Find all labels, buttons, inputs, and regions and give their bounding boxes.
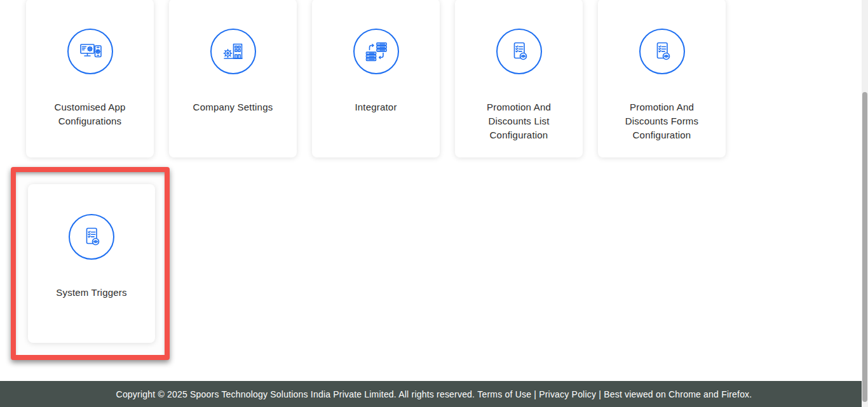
settings-tiles-page: Customised App Configurations — [0, 0, 868, 407]
tile-label: Promotion And Discounts Forms Configurat… — [598, 100, 726, 142]
vertical-scrollbar-track[interactable] — [862, 0, 868, 407]
vertical-scrollbar-thumb[interactable] — [862, 92, 867, 402]
browser-note-text: Best viewed on Chrome and Firefox. — [604, 389, 752, 399]
document-checklist-eye-icon — [69, 214, 114, 260]
servers-sync-icon — [353, 29, 399, 74]
tile-customised-app-configurations[interactable]: Customised App Configurations — [26, 0, 154, 157]
tile-system-triggers[interactable]: System Triggers — [28, 184, 155, 343]
tile-label: Promotion And Discounts List Configurati… — [455, 100, 583, 142]
copyright-text: Copyright © 2025 Spoors Technology Solut… — [116, 389, 478, 399]
highlight-box: System Triggers — [11, 167, 170, 360]
building-gear-icon — [210, 29, 256, 74]
tile-label: System Triggers — [47, 286, 135, 300]
tiles-row-1: Customised App Configurations — [26, 0, 726, 157]
tile-promotion-discounts-list-configuration[interactable]: Promotion And Discounts List Configurati… — [455, 0, 583, 157]
terms-of-use-link[interactable]: Terms of Use — [477, 389, 531, 399]
monitor-phone-gear-icon — [67, 29, 113, 74]
document-checklist-eye-icon — [496, 29, 542, 74]
footer: Copyright © 2025 Spoors Technology Solut… — [0, 381, 868, 407]
tile-label: Integrator — [346, 100, 405, 114]
tile-label: Customised App Configurations — [26, 100, 154, 128]
tile-promotion-discounts-forms-configuration[interactable]: Promotion And Discounts Forms Configurat… — [598, 0, 726, 157]
footer-separator: | — [596, 389, 604, 399]
privacy-policy-link[interactable]: Privacy Policy — [539, 389, 596, 399]
document-checklist-eye-icon — [639, 29, 685, 74]
footer-separator: | — [531, 389, 539, 399]
tile-label: Company Settings — [184, 100, 282, 114]
tile-company-settings[interactable]: Company Settings — [169, 0, 297, 157]
tile-integrator[interactable]: Integrator — [312, 0, 440, 157]
